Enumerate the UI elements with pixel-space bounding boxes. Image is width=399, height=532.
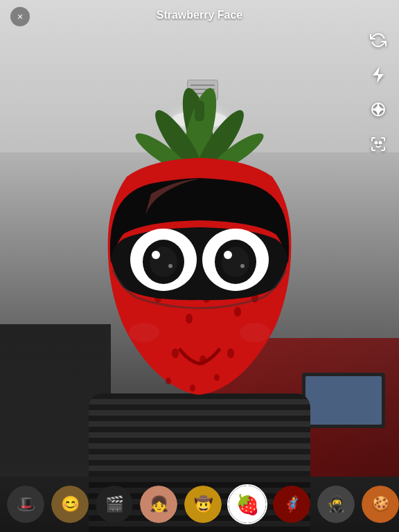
brightness-icon[interactable]: [366, 97, 391, 122]
left-iris: [150, 247, 177, 277]
svg-rect-6: [195, 100, 204, 121]
girl-filter[interactable]: 👧: [139, 484, 179, 524]
right-icons-panel: [366, 28, 391, 157]
filter-strip: 🎩😊🎬👧🤠🍓🦸🥷🍪👤🤖: [0, 477, 399, 532]
svg-point-23: [380, 142, 382, 144]
svg-point-19: [190, 384, 195, 391]
ninja-filter[interactable]: 🥷: [316, 484, 356, 524]
face-detect-icon[interactable]: [366, 132, 391, 157]
svg-point-12: [234, 307, 241, 317]
svg-point-14: [172, 348, 179, 358]
filter-title: Strawberry Face: [157, 9, 243, 21]
clapper-filter[interactable]: 🎬: [94, 484, 134, 524]
left-eye-highlight: [152, 251, 160, 259]
right-blush: [240, 323, 270, 342]
top-bar: Strawberry Face: [0, 0, 399, 30]
flip-camera-icon[interactable]: [366, 28, 391, 53]
left-eye-shine: [168, 264, 172, 268]
svg-point-17: [166, 378, 171, 384]
right-eye-highlight: [224, 251, 232, 259]
right-iris: [222, 247, 249, 277]
close-icon: ×: [17, 11, 23, 22]
strawberry-filter[interactable]: 🍓: [227, 484, 267, 524]
svg-point-9: [186, 314, 193, 323]
face-filter-1[interactable]: 😊: [50, 484, 90, 524]
close-button[interactable]: ×: [10, 7, 30, 26]
svg-point-22: [375, 142, 378, 144]
strawberry-ar-filter: [68, 62, 331, 409]
flash-icon[interactable]: [366, 62, 391, 87]
svg-marker-20: [373, 66, 384, 83]
svg-point-16: [227, 348, 234, 358]
ironman-filter[interactable]: 🦸: [272, 484, 312, 524]
svg-point-18: [214, 374, 220, 381]
hat2-filter[interactable]: 🤠: [183, 484, 223, 524]
cookie-filter[interactable]: 🍪: [360, 484, 399, 524]
left-blush: [129, 323, 159, 342]
hat-filter[interactable]: 🎩: [6, 484, 46, 524]
right-eye-shine: [240, 264, 245, 268]
